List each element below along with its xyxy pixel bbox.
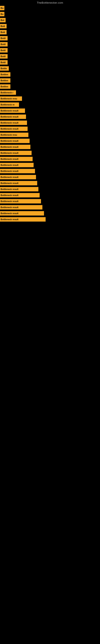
- bar-label: Bottleneck result: [0, 108, 25, 113]
- bar-row: Bottleneck result: [0, 174, 100, 180]
- bar-label: Bottl: [0, 48, 8, 52]
- bar-row: Bottleneck resu: [0, 132, 100, 138]
- bar-row: Bottleneck result: [0, 204, 100, 210]
- bar-label: Bottleneck re: [0, 102, 19, 107]
- bar-label: Bottlen: [0, 72, 10, 77]
- bar-row: Bottleneck resu: [0, 96, 100, 102]
- bar-label: Bottleneck result: [0, 163, 34, 167]
- bar-row: Bottleneck r: [0, 90, 100, 96]
- bar-row: Bottleneck result: [0, 108, 100, 114]
- bar-row: Bottleneck result: [0, 120, 100, 126]
- bar-label: Bottleneck result: [0, 187, 38, 192]
- bar-row: Bottleneck result: [0, 156, 100, 162]
- bar-row: Bottl: [0, 59, 100, 66]
- bar-row: Bottlen: [0, 78, 100, 84]
- bar-row: Bott: [0, 29, 100, 35]
- bar-label: Bot: [0, 18, 6, 22]
- bar-row: Bottl: [0, 41, 100, 47]
- bar-label: Bottleneck result: [0, 175, 36, 179]
- bar-label: Bottleneck result: [0, 151, 32, 155]
- bar-label: Bottleneck resu: [0, 96, 22, 101]
- bar-row: Bottleneck re: [0, 102, 100, 108]
- site-title: TheBottlenecker.com: [0, 0, 100, 5]
- bar-row: Bo: [0, 5, 100, 11]
- bar-row: Bottle: [0, 66, 100, 72]
- bar-label: Bottleneck result: [0, 157, 33, 161]
- bar-label: Bott: [0, 24, 7, 28]
- bar-label: Bottleneck result: [0, 145, 30, 149]
- bar-row: Bottleneck result: [0, 186, 100, 192]
- bar-label: Bottleneck r: [0, 90, 16, 95]
- bar-label: Bottleneck result: [0, 205, 42, 210]
- bar-row: Bottleneck result: [0, 126, 100, 132]
- bar-row: Bottleneck result: [0, 144, 100, 150]
- bar-label: Bottleneck result: [0, 139, 30, 143]
- bar-label: Bottleneck result: [0, 114, 26, 119]
- bar-row: Bottleneck result: [0, 180, 100, 186]
- bar-row: Bottlen: [0, 84, 100, 90]
- bar-row: Bottl: [0, 53, 100, 59]
- bar-label: Bottleneck result: [0, 217, 46, 222]
- bar-row: Bottleneck result: [0, 192, 100, 198]
- bar-row: Bottleneck result: [0, 138, 100, 144]
- bar-row: Bott: [0, 23, 100, 29]
- bar-label: Bottle: [0, 66, 9, 71]
- bar-row: Bottl: [0, 47, 100, 53]
- bar-label: Bottleneck resu: [0, 132, 28, 137]
- bar-row: Bottleneck result: [0, 210, 100, 216]
- bar-label: Bottleneck result: [0, 120, 27, 125]
- bar-row: Bot: [0, 17, 100, 23]
- bar-label: Bottl: [0, 60, 8, 64]
- bar-row: Bottleneck result: [0, 114, 100, 120]
- bar-label: Bottleneck result: [0, 199, 41, 204]
- bar-label: Bo: [0, 12, 4, 16]
- bar-label: Bott: [0, 30, 7, 34]
- bar-label: Bottleneck result: [0, 181, 37, 185]
- bar-label: Bottl: [0, 54, 8, 58]
- bar-row: Bottl: [0, 35, 100, 41]
- bar-row: Bottlen: [0, 72, 100, 78]
- bar-label: Bottleneck result: [0, 211, 44, 216]
- bar-label: Bottl: [0, 42, 8, 46]
- bar-label: Bottl: [0, 36, 8, 40]
- bar-row: Bottleneck result: [0, 150, 100, 156]
- bar-label: Bottleneck result: [0, 126, 28, 131]
- bar-row: Bottleneck result: [0, 198, 100, 204]
- bar-label: Bottlen: [0, 78, 10, 83]
- bar-row: Bottleneck result: [0, 216, 100, 222]
- bar-row: Bottleneck result: [0, 168, 100, 174]
- bar-label: Bottleneck result: [0, 169, 35, 173]
- bars-container: BoBoBotBottBottBottlBottlBottlBottlBottl…: [0, 5, 100, 222]
- bar-label: Bo: [0, 6, 4, 10]
- bar-row: Bo: [0, 11, 100, 17]
- bar-label: Bottlen: [0, 84, 10, 89]
- bar-row: Bottleneck result: [0, 162, 100, 168]
- bar-label: Bottleneck result: [0, 193, 40, 198]
